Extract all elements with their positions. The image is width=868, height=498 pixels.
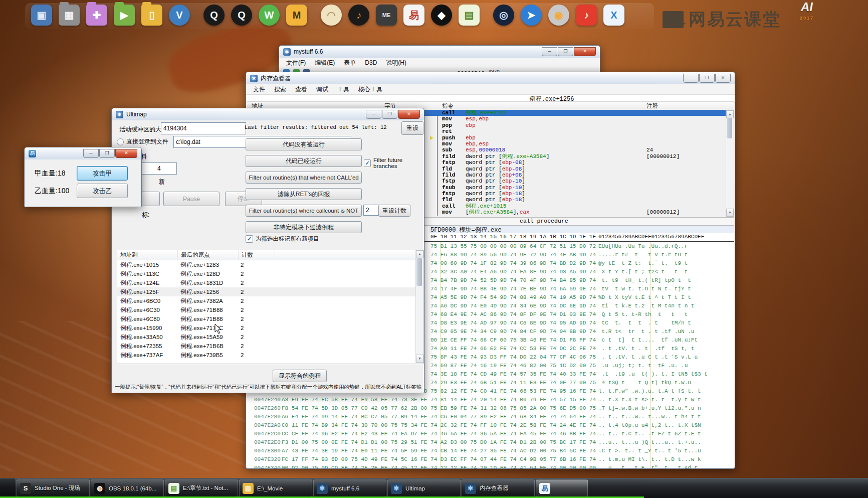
overwatch-icon[interactable]: ◉ xyxy=(548,5,569,26)
taskbar-obs[interactable]: ◍OBS 18.0.1 (64b... xyxy=(91,479,164,497)
hex-row[interactable]: 0047E240A3 E9 FF 74 EC 58 FE 74 F9 58 FE… xyxy=(247,396,734,404)
netease-music-icon[interactable]: ♪ xyxy=(576,5,597,26)
taskbar-ultimap[interactable]: ✱Ultimap xyxy=(387,479,461,497)
taskbar-memory-viewer[interactable]: ✱内存查看器 xyxy=(462,479,535,497)
v-app-icon[interactable]: V xyxy=(169,5,190,26)
scroll-up-icon[interactable]: ▲ xyxy=(726,110,734,118)
hex-row[interactable]: 0047E2C0CC CF FF 74 96 E2 FE 74 E2 43 FE… xyxy=(247,430,734,438)
hex-row[interactable]: 0047E2E0F3 D1 00 75 00 0E FE 74 D1 D1 00… xyxy=(247,438,734,447)
scroll-thumb[interactable] xyxy=(727,118,732,138)
memory-viewer-titlebar[interactable]: ✱ 内存查看器 ─ ❐ ✕ xyxy=(246,72,735,84)
thunder-icon[interactable]: X xyxy=(603,5,624,26)
col-address-to[interactable]: 地址到 xyxy=(117,250,178,260)
maximize-button[interactable]: ❐ xyxy=(558,47,573,56)
folder-games-icon[interactable]: ▶ xyxy=(114,5,135,26)
scroll-down-icon[interactable]: ▼ xyxy=(416,355,423,363)
disasm-scrollbar[interactable]: ▲ ▼ xyxy=(726,110,734,217)
close-button[interactable]: ✕ xyxy=(115,149,137,158)
scroll-down-icon[interactable]: ▼ xyxy=(726,209,734,217)
taskbar-mystuff[interactable]: ✱mystuff 6.6 xyxy=(313,479,386,497)
mystuff-menu-item-2[interactable]: 表单 xyxy=(340,58,360,68)
maximize-button[interactable]: ❐ xyxy=(699,74,715,83)
ultimap-list-row[interactable]: 例程.exe+72355例程.exe+71B6B2 xyxy=(117,342,423,351)
mark-new-items-checkbox[interactable]: ✓ 为筛选出标记所有新项目 xyxy=(246,235,319,243)
my-computer-icon[interactable]: ▣ xyxy=(31,5,52,26)
code-not-executed-button[interactable]: 代码没有被运行 xyxy=(246,138,362,150)
filter-not-called-button[interactable]: Filter out routine(s) that where not CAL… xyxy=(246,172,362,184)
netease-seal-icon[interactable]: 易 xyxy=(403,5,424,26)
hex-row[interactable]: 0047E280A6 E4 FF 74 99 14 FE 74 BC C7 05… xyxy=(247,413,734,421)
memory-viewer-menu-item-2[interactable]: 查看 xyxy=(291,84,311,95)
mystuff-titlebar[interactable]: ✱ mystuff 6.6 ─ ❐ ✕ xyxy=(279,46,600,58)
taskbar-explorer[interactable]: ▨E:\_Movie xyxy=(239,479,312,497)
reset-button[interactable]: 重设 xyxy=(401,121,423,135)
minimize-button[interactable]: ─ xyxy=(83,149,99,158)
memory-viewer-menu-item-4[interactable]: 工具 xyxy=(333,84,353,95)
mass-effect-icon[interactable]: ME xyxy=(376,5,397,26)
hex-row[interactable]: 0047E260F8 54 FE 74 5D 3D 05 77 C0 42 05… xyxy=(247,404,734,413)
memory-viewer-menu-item-3[interactable]: 调试 xyxy=(312,84,332,95)
memory-viewer-menu-item-5[interactable]: 核心工具 xyxy=(354,84,386,95)
folder-tools-icon[interactable]: ✚ xyxy=(86,5,107,26)
unity-icon[interactable]: ◆ xyxy=(431,5,452,26)
ultimap-list-row[interactable]: 例程.exe+1015例程.exe+12832 xyxy=(117,260,423,269)
ultimap-list-row[interactable]: 例程.exe+737AF例程.exe+739B52 xyxy=(117,351,423,360)
ultimap-list-row[interactable]: 例程.exe+33A50例程.exe+15A592 xyxy=(117,333,423,342)
notes-grass-icon[interactable]: ▤ xyxy=(459,5,480,26)
mystuff-menu-item-0[interactable]: 文件(F) xyxy=(282,58,310,68)
ultimap-list-row[interactable]: 例程.exe+125F例程.exe+12562 xyxy=(117,287,423,296)
qq-second-icon[interactable]: Q xyxy=(231,5,252,26)
log-to-file-radio[interactable]: 直接登录到文件 xyxy=(117,137,168,146)
col-comment[interactable]: 注释 xyxy=(646,102,658,110)
col-instruction[interactable]: 指令 xyxy=(442,102,454,110)
list-scrollbar[interactable]: ▲ ▼ xyxy=(415,250,423,363)
maximize-button[interactable]: ❐ xyxy=(382,110,397,119)
code-executed-button[interactable]: 代码已经运行 xyxy=(246,155,362,167)
scroll-up-icon[interactable]: ▲ xyxy=(416,250,423,258)
hex-row[interactable]: 0047E34000 D2 00 75 0D CD FE 74 2E 2E FE… xyxy=(247,464,734,469)
hex-row[interactable]: 0047E300A7 43 FE 74 3E 19 FE 74 E0 11 FE… xyxy=(247,447,734,455)
taskbar-easy-app[interactable]: 易 xyxy=(536,479,588,497)
qq-icon[interactable]: Q xyxy=(203,5,225,26)
minimize-button[interactable]: ─ xyxy=(542,47,557,56)
ultimap-titlebar[interactable]: ✱ Ultimap ─ ❐ ✕ xyxy=(112,108,424,120)
game-window-titlebar[interactable]: 易 ─ ❐ ✕ xyxy=(25,147,141,159)
fl-studio-icon[interactable]: ♪ xyxy=(348,5,369,26)
wechat-icon[interactable]: W xyxy=(259,5,280,26)
ultimap-list-row[interactable]: 例程.exe+6C80例程.exe+71B882 xyxy=(117,314,423,323)
ultimap-list-row[interactable]: 例程.exe+113C例程.exe+128D2 xyxy=(117,269,423,278)
memory-viewer-menu-item-0[interactable]: 文件 xyxy=(249,84,269,95)
reset-count-button[interactable]: 重设计数 xyxy=(378,205,410,217)
col-count[interactable]: 计数 xyxy=(239,250,275,260)
callcount-input[interactable]: 2 xyxy=(363,205,380,216)
close-button[interactable]: ✕ xyxy=(398,110,420,119)
close-button[interactable]: ✕ xyxy=(574,47,596,56)
mystuff-menu-item-3[interactable]: D3D xyxy=(361,58,381,67)
buffer-size-input[interactable]: 4194304 xyxy=(161,122,246,134)
minimize-button[interactable]: ─ xyxy=(366,110,381,119)
ultimap-list-row[interactable]: 例程.exe+15990例程.exe+7178C2 xyxy=(117,323,423,333)
filter-ret-button[interactable]: 滤除从RET's的回报 xyxy=(246,188,362,200)
taskbar-start-area[interactable] xyxy=(0,478,15,498)
mystuff-menu-item-4[interactable]: 说明(H) xyxy=(382,58,410,68)
pause-button[interactable]: Pause xyxy=(163,192,220,206)
taskbar-studio-one[interactable]: SStudio One - 现场 xyxy=(17,479,90,497)
hex-row[interactable]: 0047E320FC 17 FF 74 B3 6D 00 75 4D 49 FE… xyxy=(247,455,734,464)
steam-icon[interactable]: ◎ xyxy=(493,5,514,26)
folder-gray-icon[interactable]: ▦ xyxy=(59,5,80,26)
minimize-button[interactable]: ─ xyxy=(683,74,699,83)
module-filter-button[interactable]: 非特定模块下过滤例程 xyxy=(246,221,362,233)
taskbar-notepad[interactable]: ▤E:\章节.txt - Not... xyxy=(165,479,238,497)
col-last-origin[interactable]: 最后的原点 xyxy=(178,250,239,260)
scroll-thumb[interactable] xyxy=(416,258,422,286)
game-mascot-icon[interactable]: M xyxy=(286,5,307,26)
mystuff-menu-item-1[interactable]: 编辑(E) xyxy=(311,58,339,68)
attack-b-button[interactable]: 攻击乙 xyxy=(77,184,128,198)
show-matching-button[interactable]: 显示符合的例程 xyxy=(273,370,327,382)
ultimap-list-row[interactable]: 例程.exe+124E例程.exe+1831D2 xyxy=(117,278,423,287)
hex-row[interactable]: 0047E2A0C0 11 FE 74 B9 34 FE 74 30 70 00… xyxy=(247,421,734,430)
ultimap-list-row[interactable]: 例程.exe+6BC0例程.exe+7382A2 xyxy=(117,296,423,305)
attack-a-button[interactable]: 攻击甲 xyxy=(77,166,128,181)
close-button[interactable]: ✕ xyxy=(715,74,731,83)
folder-docs-icon[interactable]: ▯ xyxy=(141,5,162,26)
